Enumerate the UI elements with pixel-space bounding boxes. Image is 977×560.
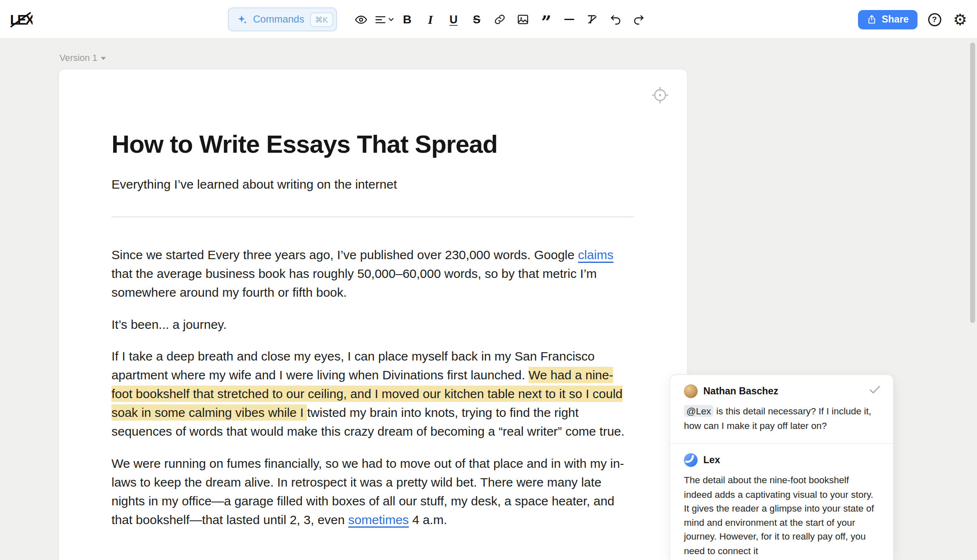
keyboard-shortcut: ⌘K [310,12,333,27]
paragraph[interactable]: We were running on fumes financially, so… [111,454,634,529]
text-segment: 4 a.m. [409,513,447,527]
link-icon [494,13,506,26]
comment-author: Nathan Baschez [704,386,779,397]
comment: Lex The detail about the nine-foot books… [670,443,893,560]
toolbar: LEX Commands ⌘K [0,0,977,39]
text-segment: that the average business book has rough… [111,267,597,299]
lex-logo-icon: LEX [9,8,33,31]
app-window: LEX Commands ⌘K [0,0,977,560]
lex-avatar-icon [684,453,698,467]
avatar [684,384,698,398]
paragraph[interactable]: It’s been... a journey. [111,315,634,334]
comment-header: Lex [684,453,879,467]
preview-button[interactable] [349,8,372,31]
divider [111,217,634,217]
undo-icon [610,13,622,26]
chevron-down-icon [388,18,394,21]
share-button[interactable]: Share [858,10,918,29]
underline-icon: U [449,13,458,26]
paragraph[interactable]: Since we started Every three years ago, … [111,245,634,302]
comment-body: @Lex is this detail necessary? If I incl… [684,404,879,433]
scrollbar-thumb[interactable] [970,43,975,323]
comment-panel: Nathan Baschez @Lex is this detail neces… [670,374,894,560]
check-icon [868,383,882,397]
text-segment: The detail about the nine-foot bookshelf… [684,474,874,555]
quote-icon: ” [541,20,551,26]
document-title[interactable]: How to Write Essays That Spread [111,130,634,159]
redo-button[interactable] [627,8,650,31]
align-left-icon [374,13,386,25]
gear-icon: ⚙ [953,12,967,28]
avatar [684,453,698,467]
inline-link[interactable]: sometimes [348,513,409,527]
comment-header: Nathan Baschez [684,384,879,398]
image-icon [517,13,529,26]
format-toolbar: B I U S [349,8,650,31]
inline-link[interactable]: claims [578,248,613,262]
align-button[interactable] [372,8,396,31]
settings-button[interactable]: ⚙ [952,11,969,28]
strikethrough-button[interactable]: S [465,8,488,31]
clear-formatting-button[interactable] [581,8,604,31]
caret-down-icon [101,57,106,60]
comment-body: The detail about the nine-foot bookshelf… [684,473,879,558]
horizontal-rule-button[interactable] [558,8,581,31]
help-button[interactable]: ? [926,11,943,28]
toolbar-center: Commands ⌘K [228,8,650,31]
document-card: How to Write Essays That Spread Everythi… [58,69,688,560]
comment: Nathan Baschez @Lex is this detail neces… [670,375,893,444]
sparkle-icon [237,14,248,25]
strikethrough-icon: S [473,13,481,26]
italic-button[interactable]: I [419,8,442,31]
image-button[interactable] [511,8,535,31]
underline-button[interactable]: U [442,8,465,31]
bold-icon: B [403,13,412,26]
lex-logo[interactable]: LEX [9,8,33,31]
undo-button[interactable] [604,8,628,31]
blockquote-button[interactable]: ” [534,8,558,31]
text-segment: If I take a deep breath and close my eye… [111,349,595,382]
redo-icon [633,13,645,26]
resolve-check-button[interactable] [868,383,882,399]
text-segment: It’s been... a journey. [111,318,227,331]
share-icon [867,15,877,25]
share-label: Share [882,14,909,25]
clear-formatting-icon [586,13,599,26]
help-icon: ? [928,13,941,26]
paragraph[interactable]: If I take a deep breath and close my eye… [111,347,634,441]
commands-label: Commands [253,14,304,25]
version-label: Version 1 [60,53,98,63]
comment-author: Lex [704,454,720,466]
commands-button[interactable]: Commands ⌘K [228,8,337,31]
horizontal-rule-icon [564,19,575,20]
mention-chip[interactable]: @Lex [684,405,714,417]
version-selector[interactable]: Version 1 [60,53,106,63]
link-button[interactable] [488,8,511,31]
italic-icon: I [428,12,433,27]
bold-button[interactable]: B [395,8,419,31]
document-body[interactable]: Since we started Every three years ago, … [111,245,634,529]
document-subtitle[interactable]: Everything I’ve learned about writing on… [111,177,634,192]
focus-target-icon[interactable] [651,86,670,107]
toolbar-right: Share ? ⚙ [858,8,969,31]
eye-icon [354,13,367,26]
text-segment: Since we started Every three years ago, … [111,248,578,262]
